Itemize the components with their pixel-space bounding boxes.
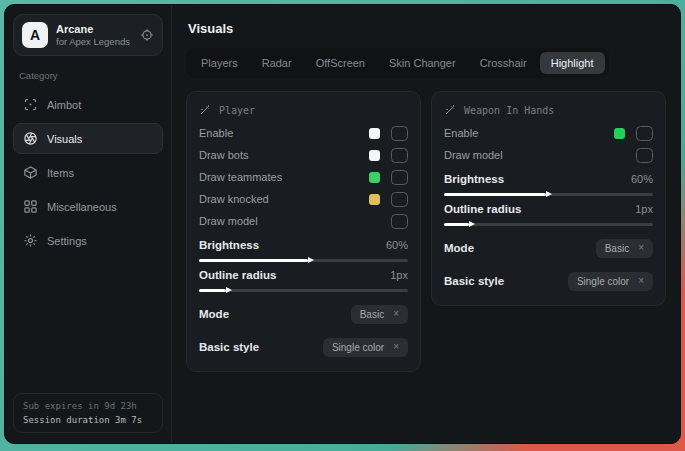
sidebar: A Arcane for Apex Legends Category (5, 5, 172, 443)
sidebar-item-items[interactable]: Items (13, 157, 163, 188)
sidebar-item-label: Aimbot (47, 99, 81, 111)
brightness-slider[interactable] (199, 259, 408, 262)
color-swatch[interactable] (369, 128, 380, 139)
color-swatch[interactable] (369, 150, 380, 161)
tab-radar[interactable]: Radar (251, 52, 303, 74)
panels-container: Player Enable Draw bots Draw teammates (186, 91, 666, 372)
sidebar-item-label: Items (47, 167, 74, 179)
brightness-slider-group: Brightness 60% (199, 239, 408, 262)
toggle-label: Draw teammates (199, 171, 369, 183)
mode-chip[interactable]: Basic × (351, 305, 408, 324)
page-title: Visuals (188, 21, 666, 36)
focus-target-icon[interactable] (140, 28, 154, 42)
mode-row: Mode Basic × (444, 237, 653, 259)
mode-chip[interactable]: Basic × (596, 239, 653, 258)
toggle-row-enable: Enable (444, 122, 653, 144)
toggle-label: Draw model (444, 149, 636, 161)
sidebar-item-aimbot[interactable]: Aimbot (13, 89, 163, 120)
weapon-in-hands-panel: Weapon In Hands Enable Draw model Bright… (431, 91, 666, 306)
app-logo: A (22, 22, 48, 48)
color-swatch[interactable] (614, 128, 625, 139)
sidebar-item-miscellaneous[interactable]: Miscellaneous (13, 191, 163, 222)
toggle-checkbox[interactable] (391, 170, 408, 185)
slider-value: 1px (635, 203, 653, 215)
sidebar-item-settings[interactable]: Settings (13, 225, 163, 256)
panel-title-text: Weapon In Hands (464, 105, 554, 116)
slider-label: Brightness (444, 173, 631, 185)
app-names: Arcane for Apex Legends (56, 23, 132, 47)
main-content: Visuals Players Radar OffScreen Skin Cha… (172, 5, 680, 443)
category-label: Category (19, 70, 157, 81)
toggle-row-draw-bots: Draw bots (199, 144, 408, 166)
sidebar-item-label: Visuals (47, 133, 82, 145)
toggle-row-draw-model: Draw model (444, 144, 653, 166)
slider-value: 1px (390, 269, 408, 281)
toggle-row-draw-teammates: Draw teammates (199, 166, 408, 188)
slider-fill (444, 223, 469, 226)
sidebar-nav: Aimbot Visuals (13, 89, 163, 256)
chip-remove-icon[interactable]: × (393, 309, 399, 319)
toggle-checkbox[interactable] (636, 148, 653, 163)
toggle-checkbox[interactable] (636, 126, 653, 141)
toggle-label: Draw bots (199, 149, 369, 161)
grid-icon (23, 199, 38, 214)
toggle-label: Draw model (199, 215, 391, 227)
outline-radius-slider[interactable] (199, 289, 408, 292)
package-icon (23, 165, 38, 180)
basic-style-chip[interactable]: Single color × (323, 338, 408, 357)
brightness-slider-group: Brightness 60% (444, 173, 653, 196)
player-panel-header: Player (199, 104, 408, 116)
toggle-checkbox[interactable] (391, 148, 408, 163)
toggle-row-enable: Enable (199, 122, 408, 144)
brightness-slider[interactable] (444, 193, 653, 196)
tab-highlight[interactable]: Highlight (540, 52, 605, 74)
crosshair-icon (23, 97, 38, 112)
chip-remove-icon[interactable]: × (638, 276, 644, 286)
toggle-checkbox[interactable] (391, 126, 408, 141)
outline-radius-slider-group: Outline radius 1px (444, 203, 653, 226)
color-swatch[interactable] (369, 194, 380, 205)
slider-label: Brightness (199, 239, 386, 251)
chip-row-label: Basic style (444, 275, 568, 287)
sidebar-item-label: Settings (47, 235, 87, 247)
chip-remove-icon[interactable]: × (638, 243, 644, 253)
sidebar-item-label: Miscellaneous (47, 201, 117, 213)
app-window: A Arcane for Apex Legends Category (4, 4, 681, 444)
toggle-row-draw-model: Draw model (199, 210, 408, 232)
sidebar-item-visuals[interactable]: Visuals (13, 123, 163, 154)
basic-style-row: Basic style Single color × (199, 336, 408, 358)
app-header-card: A Arcane for Apex Legends (13, 14, 163, 56)
chip-text: Basic (605, 243, 629, 254)
toggle-label: Enable (444, 127, 614, 139)
tab-offscreen[interactable]: OffScreen (305, 52, 376, 74)
wand-sparkles-icon (444, 104, 456, 116)
slider-label: Outline radius (444, 203, 635, 215)
toggle-checkbox[interactable] (391, 192, 408, 207)
chip-text: Single color (332, 342, 384, 353)
tab-players[interactable]: Players (190, 52, 249, 74)
chip-row-label: Mode (444, 242, 596, 254)
toggle-checkbox[interactable] (391, 214, 408, 229)
basic-style-chip[interactable]: Single color × (568, 272, 653, 291)
slider-fill (199, 259, 308, 262)
tab-bar: Players Radar OffScreen Skin Changer Cro… (186, 48, 609, 78)
aperture-icon (23, 131, 38, 146)
slider-value: 60% (386, 239, 408, 251)
sidebar-spacer (13, 256, 163, 393)
toggle-row-draw-knocked: Draw knocked (199, 188, 408, 210)
sub-expiry-text: Sub expires in 9d 23h (23, 401, 153, 411)
mode-row: Mode Basic × (199, 303, 408, 325)
chip-text: Basic (360, 309, 384, 320)
chip-remove-icon[interactable]: × (393, 342, 399, 352)
player-panel: Player Enable Draw bots Draw teammates (186, 91, 421, 372)
tab-crosshair[interactable]: Crosshair (469, 52, 538, 74)
toggle-label: Enable (199, 127, 369, 139)
app-subtitle: for Apex Legends (56, 36, 132, 47)
outline-radius-slider[interactable] (444, 223, 653, 226)
weapon-panel-header: Weapon In Hands (444, 104, 653, 116)
chip-row-label: Mode (199, 308, 351, 320)
session-duration-text: Session duration 3m 7s (23, 415, 153, 425)
gear-icon (23, 233, 38, 248)
color-swatch[interactable] (369, 172, 380, 183)
tab-skin-changer[interactable]: Skin Changer (378, 52, 467, 74)
